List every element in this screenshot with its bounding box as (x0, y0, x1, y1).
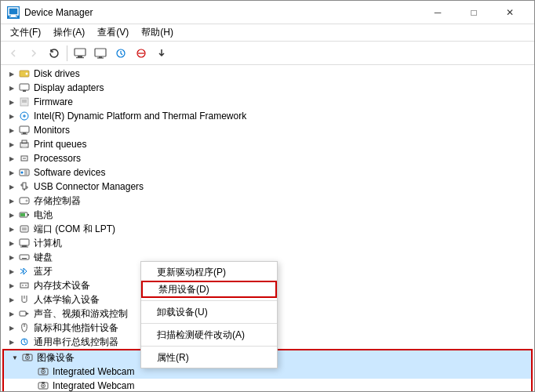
context-menu: 更新驱动程序(P) 禁用设备(D) 卸载设备(U) 扫描检测硬件改动(A) 属性… (140, 261, 278, 368)
tree-item-display-adapters[interactable]: ▶ Display adapters (1, 81, 534, 95)
tree-item-usb-connector[interactable]: ▶ USB Connector Managers (1, 180, 534, 194)
disable-button[interactable] (132, 44, 151, 63)
svg-rect-27 (23, 158, 26, 159)
svg-rect-0 (9, 8, 18, 15)
svg-rect-67 (25, 285, 27, 286)
tree-item-monitors[interactable]: ▶ Monitors (1, 123, 534, 137)
battery-label: 电池 (34, 209, 534, 222)
title-bar: Device Manager ─ □ ✕ (1, 1, 534, 24)
scan-button[interactable] (111, 44, 130, 63)
svg-point-49 (25, 227, 27, 229)
tree-item-com-lpt[interactable]: ▶ 端口 (COM 和 LPT) (1, 222, 534, 236)
svg-rect-76 (26, 354, 29, 355)
svg-point-75 (27, 357, 28, 358)
svg-rect-45 (20, 213, 25, 216)
tree-item-intel-framework[interactable]: ▶ Intel(R) Dynamic Platform and Thermal … (1, 109, 534, 123)
svg-point-13 (26, 73, 28, 75)
device-manager-window: Device Manager ─ □ ✕ 文件(F) 操作(A) 查看(V) 帮… (0, 0, 535, 392)
tree-item-firmware[interactable]: ▶ Firmware (1, 95, 534, 109)
webcam2-icon (37, 379, 49, 391)
com-lpt-label: 端口 (COM 和 LPT) (34, 223, 534, 236)
maximize-button[interactable]: □ (456, 1, 492, 24)
tree-item-battery[interactable]: ▶ 电池 (1, 208, 534, 222)
svg-rect-46 (20, 226, 28, 232)
mouse-label: 鼠标和其他指针设备 (34, 321, 534, 335)
ctx-disable-device[interactable]: 禁用设备(D) (141, 281, 277, 298)
back-button[interactable] (4, 44, 23, 63)
svg-rect-69 (20, 311, 26, 316)
ctx-uninstall-device[interactable]: 卸载设备(U) (141, 303, 277, 321)
tree-item-disk-drives[interactable]: ▶ Disk drives (1, 67, 534, 81)
tree-item-webcam2[interactable]: ▶ Integrated Webcam (4, 379, 531, 391)
svg-point-52 (25, 229, 27, 230)
svg-rect-33 (23, 183, 26, 189)
svg-point-48 (24, 227, 25, 229)
expand-arrow: ▶ (7, 182, 16, 191)
toolbar (1, 42, 534, 65)
imaging-icon (21, 351, 34, 364)
expand-arrow-imaging: ▼ (10, 353, 20, 362)
menu-help[interactable]: 帮助(H) (135, 24, 180, 41)
svg-line-64 (20, 269, 24, 271)
tree-item-processors[interactable]: ▶ Processors (1, 151, 534, 165)
svg-point-47 (22, 227, 24, 229)
webcam2-label: Integrated Webcam (53, 380, 531, 391)
expand-arrow: ▶ (7, 224, 16, 234)
window-controls: ─ □ ✕ (420, 1, 528, 24)
svg-point-50 (22, 229, 24, 230)
svg-rect-66 (22, 285, 24, 286)
bluetooth-label: 蓝牙 (34, 265, 534, 278)
webcam1-label: Integrated Webcam (53, 366, 531, 377)
window-title: Device Manager (24, 7, 420, 18)
close-button[interactable]: ✕ (492, 1, 528, 24)
menu-view[interactable]: 查看(V) (91, 24, 135, 41)
com-lpt-icon (18, 223, 31, 235)
svg-rect-2 (9, 16, 17, 17)
app-icon (7, 6, 20, 19)
expand-arrow: ▶ (7, 238, 16, 248)
svg-rect-14 (20, 84, 29, 90)
print-queues-icon (18, 138, 31, 151)
usb-connector-icon (18, 180, 31, 193)
expand-arrow: ▶ (7, 281, 16, 290)
tree-item-storage[interactable]: ▶ 存储控制器 (1, 194, 534, 208)
expand-arrow: ▶ (7, 210, 16, 220)
expand-arrow: ▶ (7, 295, 16, 304)
human-input-label: 人体学输入设备 (34, 293, 534, 307)
serial-bus-label: 通用串行总线控制器 (34, 336, 534, 349)
tree-item-print-queues[interactable]: ▶ Print queues (1, 137, 534, 151)
menu-file[interactable]: 文件(F) (4, 24, 47, 41)
ctx-separator-3 (141, 346, 277, 347)
memory-tech-icon (18, 279, 31, 292)
intel-label: Intel(R) Dynamic Platform and Thermal Fr… (34, 111, 534, 122)
ctx-properties[interactable]: 属性(R) (141, 349, 277, 366)
svg-rect-3 (75, 49, 86, 56)
tree-item-software-devices[interactable]: ▶ Software devices (1, 165, 534, 180)
expand-arrow: ▶ (7, 111, 16, 121)
down-button[interactable] (152, 44, 171, 63)
minimize-button[interactable]: ─ (420, 1, 456, 24)
processors-icon (18, 152, 31, 165)
svg-rect-20 (20, 126, 29, 132)
software-devices-label: Software devices (34, 167, 534, 178)
menu-action[interactable]: 操作(A) (47, 24, 91, 41)
refresh-button[interactable] (45, 44, 64, 63)
svg-rect-44 (27, 214, 29, 216)
storage-label: 存储控制器 (34, 194, 534, 208)
svg-rect-53 (20, 239, 29, 245)
forward-button[interactable] (24, 44, 43, 63)
intel-icon (18, 110, 31, 122)
expand-arrow: ▶ (7, 267, 16, 276)
monitors-icon (18, 124, 31, 136)
ctx-update-driver[interactable]: 更新驱动程序(P) (141, 263, 277, 281)
svg-rect-65 (20, 283, 28, 288)
svg-rect-84 (42, 382, 45, 383)
keyboard-icon (18, 251, 31, 263)
display-button[interactable] (91, 44, 110, 63)
ctx-separator-1 (141, 300, 277, 301)
device-tree[interactable]: ▶ Disk drives ▶ Display adapters ▶ Firmw… (1, 65, 534, 391)
tree-item-computer[interactable]: ▶ 计算机 (1, 236, 534, 250)
expand-arrow: ▶ (7, 168, 16, 177)
ctx-scan-hardware[interactable]: 扫描检测硬件改动(A) (141, 326, 277, 343)
computer-button[interactable] (71, 44, 89, 63)
